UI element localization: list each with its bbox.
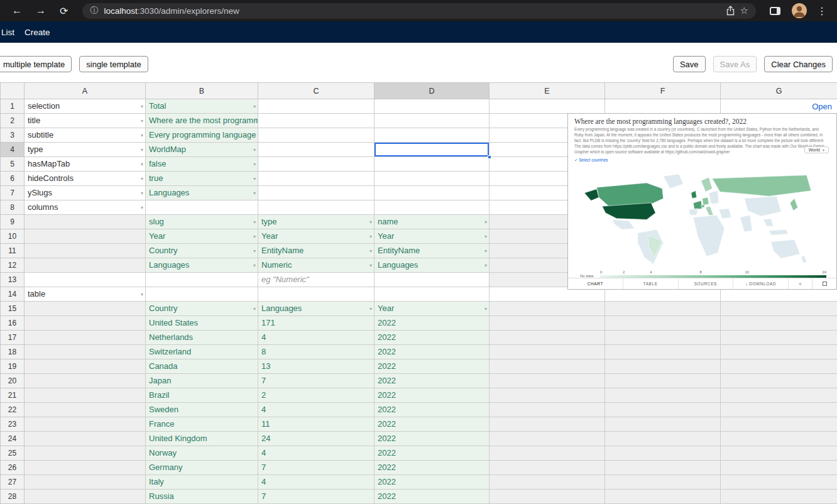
grid-cell[interactable]: Country▾: [146, 244, 258, 258]
grid-cell[interactable]: 13: [258, 359, 375, 374]
grid-cell[interactable]: Year▾: [375, 229, 490, 244]
grid-cell[interactable]: [25, 316, 146, 331]
grid-cell[interactable]: 4: [258, 475, 375, 490]
grid-cell[interactable]: Numeric▾: [258, 258, 375, 273]
grid-cell[interactable]: [721, 417, 837, 432]
grid-cell[interactable]: Year▾: [258, 229, 375, 244]
grid-cell[interactable]: [25, 331, 146, 345]
grid-cell[interactable]: slug▾: [146, 215, 258, 229]
cell-dropdown-icon[interactable]: ▾: [484, 306, 487, 312]
grid-cell[interactable]: [721, 316, 837, 331]
row-header[interactable]: 6: [1, 172, 25, 186]
back-icon[interactable]: ←: [6, 5, 28, 16]
grid-cell[interactable]: United States: [146, 316, 258, 331]
map-united-kingdom[interactable]: [691, 190, 697, 198]
fill-handle[interactable]: [488, 155, 491, 159]
grid-cell[interactable]: Japan: [146, 374, 258, 388]
cell-dropdown-icon[interactable]: ▾: [253, 162, 256, 167]
cell-dropdown-icon[interactable]: ▾: [484, 248, 487, 254]
row-header[interactable]: 4: [1, 143, 25, 157]
row-header[interactable]: 21: [1, 388, 25, 403]
preview-open-link[interactable]: Open: [812, 102, 832, 111]
grid-cell[interactable]: true▾: [146, 172, 258, 186]
grid-cell[interactable]: [605, 403, 721, 417]
grid-cell[interactable]: 7: [258, 374, 375, 388]
grid-cell[interactable]: [490, 302, 605, 316]
grid-cell[interactable]: 2022: [375, 331, 490, 345]
map-italy[interactable]: [706, 206, 713, 215]
row-header[interactable]: 19: [1, 359, 25, 374]
grid-cell[interactable]: [605, 446, 721, 461]
col-header-c[interactable]: C: [258, 83, 375, 99]
grid-cell[interactable]: [25, 475, 146, 490]
cell-dropdown-icon[interactable]: ▾: [141, 118, 143, 124]
row-header[interactable]: 1: [1, 99, 25, 114]
cell-dropdown-icon[interactable]: ▾: [253, 147, 256, 153]
cell-dropdown-icon[interactable]: ▾: [484, 263, 487, 268]
grid-cell[interactable]: [605, 316, 721, 331]
grid-cell[interactable]: 171: [258, 316, 375, 331]
col-header-g[interactable]: G: [721, 83, 837, 99]
clear-changes-button[interactable]: Clear Changes: [764, 56, 833, 72]
grid-cell[interactable]: [25, 359, 146, 374]
cell-dropdown-icon[interactable]: ▾: [141, 147, 143, 153]
grid-cell[interactable]: [25, 403, 146, 417]
grid-cell[interactable]: [375, 186, 490, 200]
grid-cell[interactable]: [605, 359, 721, 374]
grid-cell[interactable]: [721, 403, 837, 417]
grid-cell[interactable]: 24: [258, 432, 375, 446]
corner-header[interactable]: [1, 83, 25, 99]
grid-cell[interactable]: [25, 229, 146, 244]
cell-dropdown-icon[interactable]: ▾: [253, 234, 256, 239]
save-button[interactable]: Save: [673, 56, 706, 72]
url-bar[interactable]: ⓘ localhost:3030/admin/explorers/new ☆: [82, 3, 756, 19]
map-france[interactable]: [693, 200, 702, 209]
reload-icon[interactable]: ⟳: [54, 5, 74, 17]
forward-icon[interactable]: →: [30, 5, 52, 16]
grid-cell[interactable]: Total▾: [146, 99, 258, 114]
tab-table[interactable]: TABLE: [623, 278, 679, 289]
grid-cell[interactable]: type▾: [25, 143, 146, 157]
grid-cell[interactable]: eg "Numeric": [258, 273, 375, 287]
grid-cell[interactable]: [605, 99, 721, 114]
grid-cell[interactable]: subtitle▾: [25, 128, 146, 143]
cell-dropdown-icon[interactable]: ▾: [141, 133, 143, 138]
grid-cell[interactable]: [258, 114, 375, 128]
grid-cell[interactable]: [375, 157, 490, 172]
grid-cell[interactable]: 2022: [375, 475, 490, 490]
cell-dropdown-icon[interactable]: ▾: [369, 263, 372, 268]
grid-cell[interactable]: [25, 490, 146, 504]
grid-cell[interactable]: [490, 345, 605, 359]
grid-cell[interactable]: [721, 331, 837, 345]
grid-cell[interactable]: [25, 446, 146, 461]
grid-cell[interactable]: Languages▾: [146, 258, 258, 273]
browser-menu-icon[interactable]: ⋮: [813, 5, 831, 17]
grid-cell[interactable]: 11: [258, 417, 375, 432]
row-header[interactable]: 23: [1, 417, 25, 432]
grid-cell[interactable]: [490, 490, 605, 504]
row-header[interactable]: 26: [1, 461, 25, 475]
map-scandinavia[interactable]: [701, 177, 713, 192]
grid-cell[interactable]: [490, 461, 605, 475]
cell-dropdown-icon[interactable]: ▾: [369, 306, 372, 312]
col-header-f[interactable]: F: [605, 83, 721, 99]
grid-cell[interactable]: [375, 114, 490, 128]
map-new-zealand[interactable]: [801, 255, 807, 263]
grid-cell[interactable]: [490, 388, 605, 403]
info-icon[interactable]: ⓘ: [90, 5, 98, 16]
row-header[interactable]: 12: [1, 258, 25, 273]
cell-dropdown-icon[interactable]: ▾: [253, 263, 256, 268]
grid-cell[interactable]: 2022: [375, 316, 490, 331]
cell-dropdown-icon[interactable]: ▾: [369, 234, 372, 239]
row-header[interactable]: 13: [1, 273, 25, 287]
grid-cell[interactable]: [375, 273, 490, 287]
tab-download[interactable]: ↓DOWNLOAD: [733, 278, 789, 289]
grid-cell[interactable]: Italy: [146, 475, 258, 490]
grid-cell[interactable]: Where are the most programming languages…: [146, 114, 258, 128]
grid-cell[interactable]: [721, 490, 837, 504]
grid-cell[interactable]: Every programming language was created i…: [146, 128, 258, 143]
grid-cell[interactable]: [25, 388, 146, 403]
grid-cell[interactable]: [721, 446, 837, 461]
grid-cell[interactable]: [490, 403, 605, 417]
grid-cell[interactable]: [605, 302, 721, 316]
